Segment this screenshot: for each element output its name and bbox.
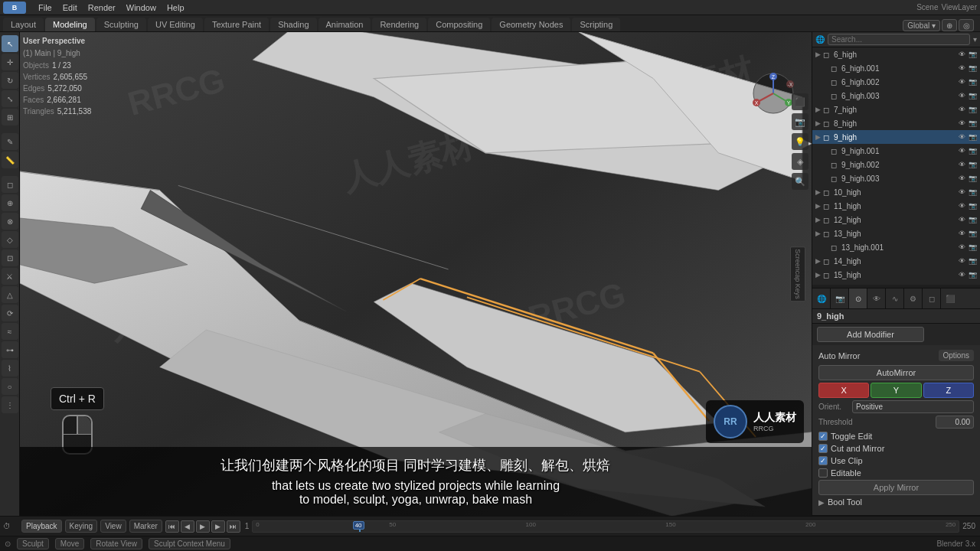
jump-start-btn[interactable]: ⏮	[165, 520, 179, 533]
bevel-tool[interactable]: ◇	[2, 231, 18, 248]
inset-tool[interactable]: ⊗	[2, 213, 18, 230]
viewport-light-btn[interactable]: 💡	[792, 133, 808, 150]
status-rotate[interactable]: Rotate View	[90, 538, 142, 549]
props-obj-icon[interactable]: ◻	[923, 289, 941, 308]
tab-modeling[interactable]: Modeling	[45, 18, 95, 31]
axis-z-btn[interactable]: Z	[923, 383, 974, 398]
tree-item-13_high[interactable]: ▶◻13_high👁📷	[812, 227, 980, 240]
rotate-tool[interactable]: ↻	[2, 72, 18, 89]
render-icon[interactable]: 📷	[968, 51, 977, 58]
render-icon[interactable]: 📷	[968, 174, 977, 182]
extrude-tool[interactable]: ⊕	[2, 194, 18, 211]
render-icon[interactable]: 📷	[968, 216, 977, 223]
visibility-icon[interactable]: 👁	[957, 271, 966, 279]
tree-item-11_high[interactable]: ▶◻11_high👁📷	[812, 199, 980, 213]
render-icon[interactable]: 📷	[968, 147, 977, 155]
menu-render[interactable]: Render	[83, 2, 120, 14]
render-icon[interactable]: 📷	[968, 188, 977, 196]
tree-item-10_high[interactable]: ▶◻10_high👁📷	[812, 185, 980, 199]
tree-item-7_high[interactable]: ▶◻7_high👁📷	[812, 103, 980, 116]
tab-marker[interactable]: Marker	[129, 520, 162, 533]
visibility-icon[interactable]: 👁	[957, 230, 966, 237]
editable-checkbox[interactable]	[818, 468, 828, 478]
use-clip-checkbox[interactable]	[818, 456, 828, 465]
add-cube-tool[interactable]: ◻	[2, 176, 18, 193]
cursor-tool[interactable]: ↖	[2, 35, 18, 52]
render-icon[interactable]: 📷	[968, 78, 977, 86]
tab-keying[interactable]: Keying	[65, 520, 98, 533]
tab-view[interactable]: View	[100, 520, 126, 533]
poly-build-tool[interactable]: △	[2, 286, 18, 303]
status-move[interactable]: Move	[55, 538, 84, 549]
status-sculpt[interactable]: Sculpt	[17, 538, 49, 549]
bool-tool-row[interactable]: ▶ Bool Tool	[818, 497, 974, 507]
visibility-icon[interactable]: 👁	[957, 161, 966, 168]
auto-mirror-button[interactable]: AutoMirror	[818, 365, 974, 380]
annotate-tool[interactable]: ✎	[2, 133, 18, 150]
tree-item-9_high[interactable]: ▶◻9_high👁📷	[812, 130, 980, 144]
tree-item-9_high-001[interactable]: ◻9_high.001👁📷	[812, 144, 980, 158]
threshold-input[interactable]: 0.00	[936, 416, 974, 429]
tree-item-8_high[interactable]: ▶◻8_high👁📷	[812, 116, 980, 130]
next-frame-btn[interactable]: ▶	[211, 520, 225, 533]
tab-scripting[interactable]: Scripting	[572, 18, 620, 31]
visibility-icon[interactable]: 👁	[957, 188, 966, 196]
shear-tool[interactable]: ⌇	[2, 360, 18, 377]
tree-item-15_high[interactable]: ▶◻15_high👁📷	[812, 268, 980, 282]
tab-sculpting[interactable]: Sculpting	[96, 18, 146, 31]
render-icon[interactable]: 📷	[968, 230, 977, 237]
knife-tool[interactable]: ⚔	[2, 268, 18, 285]
props-scene-icon[interactable]: 🌐	[812, 289, 831, 308]
add-modifier-button[interactable]: Add Modifier	[817, 327, 924, 342]
cut-mirror-checkbox[interactable]	[818, 444, 828, 453]
tree-item-14_high[interactable]: ▶◻14_high👁📷	[812, 254, 980, 268]
timeline-track[interactable]: 0 50 100 150 200 250 40	[252, 520, 959, 533]
jump-end-btn[interactable]: ⏭	[227, 520, 240, 533]
render-icon[interactable]: 📷	[968, 106, 977, 113]
to-sphere-tool[interactable]: ○	[2, 378, 18, 395]
props-mat-icon[interactable]: ⬛	[941, 289, 959, 308]
tab-layout[interactable]: Layout	[3, 18, 44, 31]
visibility-icon[interactable]: 👁	[957, 92, 966, 99]
prev-frame-btn[interactable]: ◀	[181, 520, 194, 533]
render-icon[interactable]: 📷	[968, 133, 977, 141]
visibility-icon[interactable]: 👁	[957, 106, 966, 113]
props-render-icon[interactable]: 📷	[831, 289, 849, 308]
orient-select[interactable]: Positive	[852, 400, 974, 413]
props-physics-icon[interactable]: ⚙	[904, 289, 923, 308]
options-button[interactable]: Options	[939, 350, 974, 361]
tab-texture-paint[interactable]: Texture Paint	[204, 18, 269, 31]
tab-shading[interactable]: Shading	[270, 18, 316, 31]
render-icon[interactable]: 📷	[968, 119, 977, 127]
viewport-snap-btn[interactable]: 🔍	[792, 173, 808, 190]
tree-item-13_high-001[interactable]: ◻13_high.001👁📷	[812, 240, 980, 254]
smooth-tool[interactable]: ≈	[2, 323, 18, 340]
tree-item-6_high-001[interactable]: ◻6_high.001👁📷	[812, 61, 980, 75]
axis-x-btn[interactable]: X	[818, 383, 869, 398]
status-view-btn[interactable]: ⊙	[5, 540, 11, 548]
edge-slide-tool[interactable]: ⊶	[2, 341, 18, 358]
menu-file[interactable]: File	[34, 2, 57, 14]
spin-tool[interactable]: ⟳	[2, 305, 18, 321]
tree-item-9_high-003[interactable]: ◻9_high.003👁📷	[812, 171, 980, 185]
tab-playback[interactable]: Playback	[21, 520, 62, 533]
render-icon[interactable]: 📷	[968, 92, 977, 99]
tree-item-6_high-002[interactable]: ◻6_high.002👁📷	[812, 75, 980, 89]
tree-item-9_high-002[interactable]: ◻9_high.002👁📷	[812, 158, 980, 171]
loop-cut-tool[interactable]: ⊡	[2, 249, 18, 266]
visibility-icon[interactable]: 👁	[957, 216, 966, 223]
render-icon[interactable]: 📷	[968, 243, 977, 251]
overlay-btn[interactable]: ⊕	[942, 19, 957, 31]
outliner-filter-btn[interactable]: ▾	[973, 35, 977, 44]
tab-compositing[interactable]: Compositing	[428, 18, 490, 31]
visibility-icon[interactable]: 👁	[957, 243, 966, 251]
visibility-icon[interactable]: 👁	[957, 78, 966, 86]
apply-mirror-btn[interactable]: Apply Mirror	[818, 480, 974, 495]
render-icon[interactable]: 📷	[968, 161, 977, 168]
viewport-overlay-btn[interactable]: ◈	[792, 153, 808, 170]
props-view-icon[interactable]: 👁	[867, 289, 886, 308]
menu-help[interactable]: Help	[162, 2, 189, 14]
outliner-search[interactable]	[828, 34, 970, 45]
tab-geometry-nodes[interactable]: Geometry Nodes	[492, 18, 570, 31]
visibility-icon[interactable]: 👁	[957, 147, 966, 155]
